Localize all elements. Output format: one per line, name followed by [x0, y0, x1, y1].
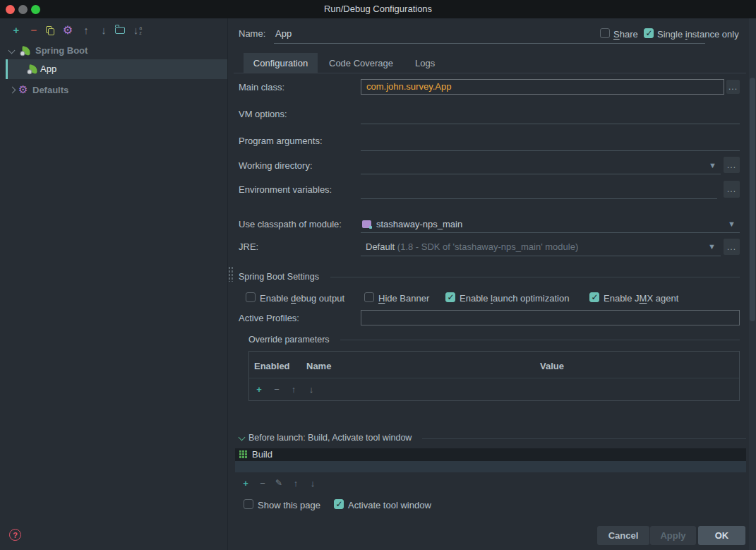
environment-variables-label: Environment variables:	[239, 184, 332, 195]
tab-logs[interactable]: Logs	[415, 58, 435, 68]
tab-code-coverage[interactable]: Code Coverage	[329, 58, 393, 68]
environment-variables-browse-button[interactable]: ...	[724, 181, 740, 198]
copy-configuration-icon[interactable]	[44, 24, 56, 37]
before-launch-move-up-icon[interactable]: ↑	[290, 477, 301, 489]
enable-jmx-agent-checkbox[interactable]	[589, 292, 599, 302]
working-directory-browse-button[interactable]: ...	[724, 157, 740, 173]
single-instance-checkbox[interactable]	[644, 28, 654, 38]
jre-browse-button[interactable]: ...	[724, 239, 740, 255]
share-label: Share	[613, 29, 638, 40]
override-parameters-table	[248, 351, 740, 401]
use-classpath-underline	[361, 232, 740, 233]
sort-configurations-icon[interactable]: ↓az	[131, 24, 144, 37]
gear-icon: ⚙	[18, 83, 28, 96]
main-class-label: Main class:	[239, 82, 284, 92]
tree-item-label: App	[40, 64, 56, 74]
jre-selected: Default	[366, 241, 395, 252]
main-class-input[interactable]: com.john.survey.App	[361, 79, 724, 95]
tree-item-app[interactable]: App	[6, 59, 227, 79]
name-input-underline	[274, 43, 705, 44]
working-directory-label: Working directory:	[239, 160, 313, 171]
before-launch-empty-row[interactable]	[235, 461, 746, 472]
environment-variables-input[interactable]	[361, 198, 717, 199]
show-this-page-checkbox[interactable]	[244, 499, 253, 509]
enable-debug-output-checkbox[interactable]	[246, 292, 256, 302]
before-launch-add-icon[interactable]: +	[240, 477, 251, 489]
move-down-icon[interactable]: ↓	[97, 24, 110, 37]
section-hairline	[422, 438, 746, 439]
run-debug-configurations-dialog: Run/Debug Configurations + − ⚙ ↑ ↓ ↓az S…	[0, 0, 756, 550]
use-classpath-dropdown-icon[interactable]: ▼	[728, 220, 736, 228]
override-parameters-title: Override parameters	[248, 335, 330, 345]
enable-launch-optimization-checkbox[interactable]	[445, 292, 455, 302]
table-move-up-icon[interactable]: ↑	[288, 383, 299, 395]
remove-configuration-icon[interactable]: −	[28, 24, 40, 37]
before-launch-item-build[interactable]: Build	[235, 448, 746, 461]
spring-boot-icon	[21, 46, 31, 56]
help-icon[interactable]: ?	[9, 529, 21, 541]
name-label: Name:	[239, 28, 265, 39]
before-launch-edit-icon[interactable]: ✎	[273, 477, 284, 489]
main-class-value: com.john.survey.App	[366, 81, 451, 92]
table-move-down-icon[interactable]: ↓	[306, 383, 317, 395]
jre-label: JRE:	[239, 241, 258, 252]
working-directory-dropdown-icon[interactable]: ▼	[709, 162, 716, 169]
share-checkbox[interactable]	[600, 28, 610, 38]
enable-jmx-agent-label: Enable JMX agent	[604, 293, 678, 304]
before-launch-item-label: Build	[252, 449, 272, 460]
move-up-icon[interactable]: ↑	[80, 24, 92, 37]
single-instance-label: Single instance only	[657, 29, 739, 40]
working-directory-input[interactable]	[361, 174, 721, 174]
before-launch-move-down-icon[interactable]: ↓	[307, 477, 318, 489]
use-classpath-label: Use classpath of module:	[239, 219, 342, 229]
before-launch-title: Before launch: Build, Activate tool wind…	[248, 433, 412, 443]
panel-divider	[227, 18, 228, 550]
name-input[interactable]: App	[275, 28, 292, 39]
table-header-divider	[249, 378, 739, 378]
program-arguments-input[interactable]	[361, 150, 740, 151]
tabs-underline	[234, 73, 746, 73]
tree-item-label: Spring Boot	[35, 45, 88, 56]
main-class-browse-button[interactable]: ...	[726, 80, 740, 94]
vm-options-input[interactable]	[361, 124, 740, 124]
section-hairline	[330, 277, 740, 277]
tab-label: Configuration	[253, 58, 308, 68]
spring-boot-settings-title: Spring Boot Settings	[239, 272, 319, 282]
active-profiles-input[interactable]	[361, 310, 740, 325]
window-title: Run/Debug Configurations	[0, 4, 756, 14]
build-grid-icon	[239, 450, 247, 458]
module-icon	[362, 220, 371, 228]
vm-options-label: VM options:	[239, 109, 287, 119]
chevron-down-icon[interactable]	[8, 47, 16, 54]
add-configuration-icon[interactable]: +	[10, 24, 23, 37]
table-add-icon[interactable]: +	[253, 383, 265, 395]
before-launch-remove-icon[interactable]: −	[257, 477, 268, 489]
ok-button[interactable]: OK	[698, 526, 745, 545]
splitter-handle[interactable]	[228, 266, 233, 282]
jre-hint: (1.8 - SDK of 'stashaway-nps_main' modul…	[397, 241, 578, 252]
activate-tool-window-checkbox[interactable]	[334, 499, 344, 509]
active-profiles-label: Active Profiles:	[239, 313, 299, 323]
cancel-button[interactable]: Cancel	[597, 526, 649, 545]
column-header-name: Name	[306, 361, 331, 371]
jre-dropdown-icon[interactable]: ▼	[708, 243, 716, 251]
edit-templates-gear-icon[interactable]: ⚙	[61, 24, 74, 37]
program-arguments-label: Program arguments:	[239, 136, 323, 146]
tab-configuration[interactable]: Configuration	[244, 53, 318, 73]
titlebar: Run/Debug Configurations	[0, 0, 756, 18]
jre-underline	[361, 256, 721, 256]
tree-item-label: Defaults	[32, 85, 68, 95]
use-classpath-value[interactable]: stashaway-nps_main	[376, 219, 462, 229]
spring-boot-icon	[28, 64, 38, 74]
enable-launch-optimization-label: Enable launch optimization	[460, 293, 569, 304]
table-remove-icon[interactable]: −	[271, 383, 282, 395]
before-launch-chevron-icon[interactable]	[239, 434, 246, 441]
chevron-right-icon[interactable]	[9, 87, 16, 94]
section-hairline	[340, 340, 740, 340]
show-this-page-label: Show this page	[258, 500, 320, 510]
jre-value[interactable]: Default (1.8 - SDK of 'stashaway-nps_mai…	[366, 241, 578, 252]
apply-button[interactable]: Apply	[650, 526, 696, 545]
hide-banner-checkbox[interactable]	[364, 292, 374, 302]
new-folder-icon[interactable]	[114, 24, 126, 37]
scrollbar-thumb[interactable]	[750, 78, 755, 321]
